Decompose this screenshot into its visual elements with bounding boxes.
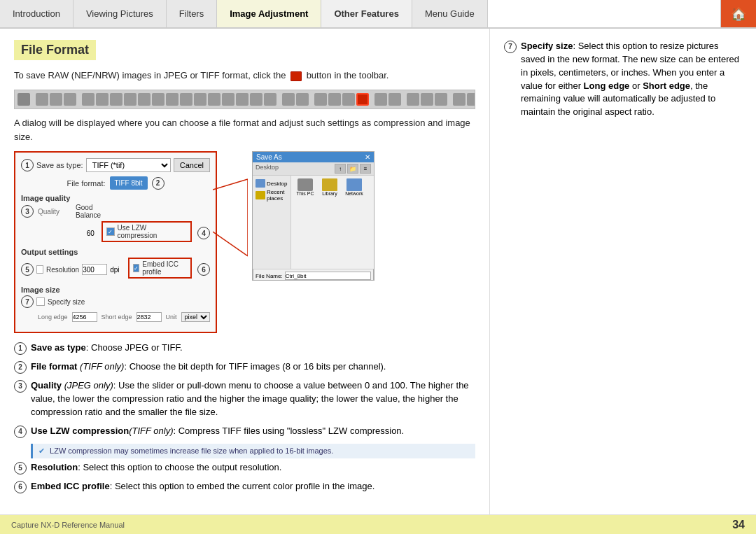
tab-viewing-pictures[interactable]: Viewing Pictures: [74, 0, 167, 27]
list-text-2: File format (TIFF only): Choose the bit …: [31, 360, 386, 374]
fb-sidebar-desktop[interactable]: Desktop: [254, 178, 289, 188]
numbered-list: 1 Save as type: Choose JPEG or TIFF. 2 F…: [14, 342, 475, 493]
tb-icon9: [152, 93, 164, 106]
tb-icon26: [407, 93, 419, 106]
tab-image-adjustment[interactable]: Image Adjustment: [217, 0, 321, 27]
circle-4: 4: [197, 227, 210, 239]
tb-icon24: [374, 93, 387, 106]
long-edge-input[interactable]: [72, 312, 97, 322]
network-icon: [346, 178, 362, 191]
quality-row: 3 Quality Good Balance: [21, 204, 210, 219]
long-edge-label: Long edge: [38, 314, 68, 321]
short-edge-input[interactable]: [136, 312, 162, 322]
lzw-row: ✓ Use LZW compression: [102, 221, 192, 242]
resolution-checkbox[interactable]: [36, 265, 43, 274]
size-values-row: Long edge Short edge Unit pixel: [38, 312, 210, 322]
fb-recent-label: Recent places: [267, 189, 288, 202]
circle-2: 2: [152, 177, 164, 190]
unit-label: Unit: [166, 314, 177, 321]
note-check-icon: ✔: [38, 447, 45, 455]
tab-other-features[interactable]: Other Features: [321, 0, 412, 27]
resolution-label: Resolution: [46, 266, 79, 274]
toolbar-button-icon: [290, 71, 302, 81]
fb-title: Save As: [256, 153, 282, 161]
footer: Capture NX-D Reference Manual 34: [0, 514, 756, 534]
tb-filter-icon: [467, 93, 475, 106]
file-format-row: File format: TIFF 8bit 2: [21, 176, 210, 190]
fb-up-btn[interactable]: ↑: [335, 164, 346, 174]
toolbar-strip: [14, 90, 475, 109]
quality-num: 60: [78, 230, 94, 237]
list-text-1: Save as type: Choose JPEG or TIFF.: [31, 342, 183, 355]
tb-icon16: [250, 93, 262, 106]
circle-1: 1: [21, 159, 34, 171]
list-item-1: 1 Save as type: Choose JPEG or TIFF.: [14, 342, 475, 355]
quality-slider-row: 60 ✓ Use LZW compression 4: [38, 221, 210, 245]
intro-text: To save RAW (NEF/NRW) images in JPEG or …: [14, 69, 475, 83]
save-type-label: Save as type:: [36, 161, 83, 169]
fb-toolbar: Desktop ↑ 📁 ≡: [253, 162, 374, 176]
note-box: ✔ LZW compression may sometimes increase…: [31, 444, 475, 458]
list-item-5: 5 Resolution: Select this option to choo…: [14, 461, 475, 475]
footer-page-number: 34: [732, 519, 745, 531]
fb-main: This PC Library Network: [291, 176, 374, 269]
quality-value: Good Balance: [76, 204, 111, 219]
list-circle-1: 1: [14, 342, 27, 355]
tb-icon25: [388, 93, 401, 106]
tb-save-format-icon[interactable]: [356, 93, 369, 106]
fb-sidebar: Desktop Recent places: [253, 176, 291, 269]
connector-lines: [213, 176, 248, 260]
tab-filters[interactable]: Filters: [167, 0, 217, 27]
fb-desktop-label: Desktop: [267, 181, 287, 187]
icc-checkbox[interactable]: ✓: [133, 264, 140, 272]
resolution-input[interactable]: [82, 264, 107, 275]
fb-file-thispc[interactable]: This PC: [294, 178, 316, 196]
note-text: LZW compression may sometimes increase f…: [50, 447, 333, 455]
tb-grid-icon: [82, 93, 94, 106]
circle-7: 7: [21, 295, 34, 308]
tb-icon18: [282, 93, 295, 106]
list-text-6: Embed ICC profile: Select this option to…: [31, 480, 374, 493]
home-button[interactable]: 🏠: [720, 0, 756, 27]
library-label: Library: [322, 191, 337, 196]
tb-icon14: [222, 93, 234, 106]
image-size-header: Image size: [21, 286, 210, 294]
fb-view-btn[interactable]: ≡: [360, 164, 371, 174]
list-text-3: Quality (JPEG only): Use the slider or p…: [31, 379, 475, 419]
tb-icon7: [124, 93, 136, 106]
tab-introduction[interactable]: Introduction: [0, 0, 74, 27]
right-list-item-7: 7 Specify size: Select this option to re…: [504, 40, 742, 119]
circle-5: 5: [21, 263, 34, 276]
tab-menu-guide[interactable]: Menu Guide: [412, 0, 488, 27]
tb-icon11: [180, 93, 192, 106]
fb-file-library[interactable]: Library: [318, 178, 341, 196]
dialog-area: 1 Save as type: TIFF (*tif) Cancel File …: [14, 151, 475, 333]
tb-print-icon: [18, 93, 30, 106]
icc-label: Embed ICC profile: [142, 260, 187, 276]
page-title: File Format: [14, 40, 96, 60]
fb-sidebar-recent[interactable]: Recent places: [254, 188, 289, 202]
tb-icon3: [64, 93, 76, 106]
tb-icon6: [110, 93, 122, 106]
list-item-3: 3 Quality (JPEG only): Use the slider or…: [14, 379, 475, 419]
fb-filename-bar: File Name: Save as type: TIFF files: [253, 269, 374, 281]
fb-close-icon[interactable]: ✕: [365, 153, 370, 161]
specify-size-checkbox[interactable]: [36, 297, 45, 306]
tb-icon27: [421, 93, 433, 106]
tb-icon13: [208, 93, 220, 106]
fb-file-network[interactable]: Network: [343, 178, 365, 196]
fb-path-label: Desktop: [255, 164, 279, 174]
fb-filename-input[interactable]: [285, 272, 371, 280]
list-circle-5: 5: [14, 462, 27, 475]
lzw-checkbox[interactable]: ✓: [106, 227, 115, 236]
tb-icon20: [314, 93, 327, 106]
fb-new-folder-btn[interactable]: 📁: [347, 164, 358, 174]
tb-icon10: [166, 93, 178, 106]
lzw-label: Use LZW compression: [118, 224, 187, 239]
unit-select[interactable]: pixel: [181, 312, 210, 322]
cancel-button[interactable]: Cancel: [174, 158, 210, 172]
right-column: 7 Specify size: Select this option to re…: [490, 29, 756, 514]
short-edge-label: Short edge: [102, 314, 132, 321]
save-type-select[interactable]: TIFF (*tif): [86, 158, 171, 172]
image-quality-header: Image quality: [21, 194, 210, 202]
